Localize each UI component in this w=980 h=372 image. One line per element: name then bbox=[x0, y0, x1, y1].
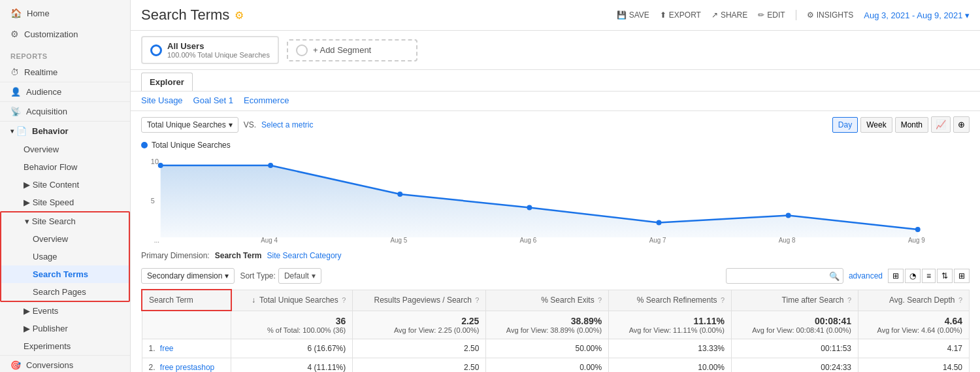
acquisition-icon: 📡 bbox=[10, 107, 21, 116]
sidebar-item-conversions[interactable]: 🎯 Conversions bbox=[0, 356, 130, 372]
help-icon-3: ? bbox=[598, 296, 602, 304]
sidebar-item-site-search[interactable]: ▾ Site Search bbox=[1, 212, 129, 230]
export-button[interactable]: ⬆ EXPORT bbox=[660, 10, 701, 20]
sidebar-item-site-content[interactable]: ▶ Site Content bbox=[0, 176, 130, 194]
pivot-view-button[interactable]: ⊞ bbox=[954, 269, 970, 283]
segment-bar: All Users 100.00% Total Unique Searches … bbox=[131, 31, 980, 70]
th-search-term[interactable]: Search Term bbox=[142, 290, 231, 311]
sidebar: 🏠 Home ⚙ Customization REPORTS ⏱ Realtim… bbox=[0, 0, 131, 372]
site-search-expand-icon: ▾ bbox=[25, 216, 32, 226]
pie-view-button[interactable]: ◔ bbox=[905, 269, 921, 283]
sidebar-item-audience[interactable]: 👤 Audience bbox=[0, 82, 130, 101]
table-section: Primary Dimension: Search Term Site Sear… bbox=[131, 246, 980, 372]
compare-view-button[interactable]: ⇅ bbox=[937, 269, 953, 283]
svg-text:...: ... bbox=[154, 237, 159, 244]
th-results-pageviews[interactable]: Results Pageviews / Search ? bbox=[353, 290, 486, 311]
svg-text:Aug 5: Aug 5 bbox=[390, 237, 407, 244]
th-avg-search-depth-label: Avg. Search Depth bbox=[889, 296, 955, 305]
sidebar-item-site-speed[interactable]: ▶ Site Speed bbox=[0, 194, 130, 211]
sidebar-item-site-search-usage[interactable]: Usage bbox=[1, 248, 129, 265]
all-users-segment[interactable]: All Users 100.00% Total Unique Searches bbox=[141, 36, 279, 64]
search-icon: 🔍 bbox=[829, 271, 840, 281]
sidebar-item-behavior-overview[interactable]: Overview bbox=[0, 141, 130, 158]
dimension-search-term[interactable]: Search Term bbox=[215, 251, 262, 260]
add-segment-chip[interactable]: + Add Segment bbox=[287, 39, 417, 61]
svg-text:Aug 8: Aug 8 bbox=[779, 237, 796, 244]
th-total-unique-searches[interactable]: ↓ Total Unique Searches ? bbox=[231, 290, 353, 311]
search-term-link-1[interactable]: free prestashop bbox=[160, 363, 214, 372]
secondary-dim-label: Secondary dimension bbox=[147, 271, 222, 280]
insights-button[interactable]: ⚙ INSIGHTS bbox=[807, 10, 854, 20]
sidebar-item-customization[interactable]: ⚙ Customization bbox=[0, 24, 130, 44]
dimension-site-search-category[interactable]: Site Search Category bbox=[267, 251, 342, 260]
totals-results-pageviews-num: 2.25 bbox=[359, 316, 479, 326]
totals-time-after-search-sub: Avg for View: 00:08:41 (0.00%) bbox=[752, 326, 851, 334]
search-term-link-0[interactable]: free bbox=[160, 344, 174, 353]
sidebar-item-site-search-overview[interactable]: Overview bbox=[1, 230, 129, 248]
advanced-link[interactable]: advanced bbox=[849, 271, 883, 280]
cell-search-term-1: 2. free prestashop bbox=[142, 358, 231, 372]
sub-tab-site-usage[interactable]: Site Usage bbox=[141, 95, 183, 107]
acquisition-section: 📡 Acquisition bbox=[0, 102, 130, 122]
week-button[interactable]: Week bbox=[860, 117, 892, 133]
edit-icon: ✏ bbox=[758, 10, 764, 20]
conversions-icon: 🎯 bbox=[10, 360, 21, 370]
row-num-1: 2. bbox=[149, 363, 155, 372]
sidebar-item-realtime[interactable]: ⏱ Realtime bbox=[0, 63, 130, 82]
site-speed-expand-icon: ▶ bbox=[24, 197, 33, 207]
sidebar-item-behavior-flow[interactable]: Behavior Flow bbox=[0, 158, 130, 176]
table-controls-right: 🔍 advanced ⊞ ◔ ≡ ⇅ ⊞ bbox=[726, 268, 970, 284]
sub-tab-goal-set-1[interactable]: Goal Set 1 bbox=[193, 95, 233, 107]
th-pct-search-refinements[interactable]: % Search Refinements ? bbox=[609, 290, 732, 311]
sidebar-item-behavior[interactable]: ▾ 📄 Behavior bbox=[0, 122, 130, 141]
th-pct-search-exits[interactable]: % Search Exits ? bbox=[486, 290, 609, 311]
chart-point-0 bbox=[158, 163, 163, 168]
sidebar-item-experiments[interactable]: Experiments bbox=[0, 337, 130, 355]
primary-metric-dropdown[interactable]: Total Unique Searches ▾ bbox=[141, 117, 238, 133]
select-metric-link[interactable]: Select a metric bbox=[261, 120, 313, 129]
help-icon-6: ? bbox=[958, 296, 962, 304]
sidebar-item-search-pages[interactable]: Search Pages bbox=[1, 283, 129, 301]
behavior-icon: 📄 bbox=[16, 126, 27, 136]
cell-results-pageviews-0: 2.50 bbox=[353, 339, 486, 358]
save-label: SAVE bbox=[629, 10, 649, 20]
grid-view-button[interactable]: ⊞ bbox=[888, 269, 904, 283]
totals-pct-search-exits: 38.89% Avg for View: 38.89% (0.00%) bbox=[486, 311, 609, 339]
site-content-expand-icon: ▶ bbox=[24, 180, 33, 190]
th-avg-search-depth[interactable]: Avg. Search Depth ? bbox=[858, 290, 970, 311]
share-button[interactable]: ↗ SHARE bbox=[711, 10, 747, 20]
behavior-label: Behavior bbox=[32, 126, 69, 136]
audience-label: Audience bbox=[26, 87, 61, 97]
save-button[interactable]: 💾 SAVE bbox=[617, 10, 649, 20]
segment-label: All Users bbox=[167, 41, 270, 51]
edit-label: EDIT bbox=[767, 10, 785, 20]
tab-explorer[interactable]: Explorer bbox=[141, 73, 193, 91]
sidebar-item-search-terms[interactable]: Search Terms bbox=[1, 265, 129, 283]
day-button[interactable]: Day bbox=[832, 117, 858, 133]
sidebar-item-home[interactable]: 🏠 Home bbox=[0, 3, 130, 24]
share-icon: ↗ bbox=[711, 10, 718, 20]
sub-tab-ecommerce[interactable]: Ecommerce bbox=[244, 95, 289, 107]
totals-row: 36 % of Total: 100.00% (36) 2.25 Avg for… bbox=[142, 311, 970, 339]
sort-arrow: ▾ bbox=[312, 271, 316, 280]
customization-icon: ⚙ bbox=[10, 29, 19, 39]
scatter-chart-icon-button[interactable]: ⊕ bbox=[953, 116, 970, 133]
totals-unique-searches-sub: % of Total: 100.00% (36) bbox=[267, 326, 346, 334]
header-right: 💾 SAVE ⬆ EXPORT ↗ SHARE ✏ EDIT ⚙ INSIGHT… bbox=[617, 10, 970, 20]
date-range-selector[interactable]: Aug 3, 2021 - Aug 9, 2021 ▾ bbox=[864, 10, 970, 20]
sidebar-item-events[interactable]: ▶ Events bbox=[0, 302, 130, 320]
chart-point-4 bbox=[657, 220, 662, 226]
sort-default-button[interactable]: Default ▾ bbox=[278, 268, 321, 284]
sidebar-item-acquisition[interactable]: 📡 Acquisition bbox=[0, 102, 130, 121]
sort-default-label: Default bbox=[284, 271, 309, 280]
table-search-input[interactable] bbox=[726, 268, 843, 284]
th-time-after-search[interactable]: Time after Search ? bbox=[732, 290, 858, 311]
secondary-dimension-button[interactable]: Secondary dimension ▾ bbox=[141, 268, 235, 284]
line-chart-icon-button[interactable]: 📈 bbox=[931, 116, 951, 133]
edit-button[interactable]: ✏ EDIT bbox=[758, 10, 785, 20]
sidebar-item-publisher[interactable]: ▶ Publisher bbox=[0, 320, 130, 337]
th-pct-search-refinements-label: % Search Refinements bbox=[637, 296, 717, 305]
audience-icon: 👤 bbox=[10, 87, 21, 97]
month-button[interactable]: Month bbox=[895, 117, 928, 133]
list-view-button[interactable]: ≡ bbox=[922, 269, 936, 283]
